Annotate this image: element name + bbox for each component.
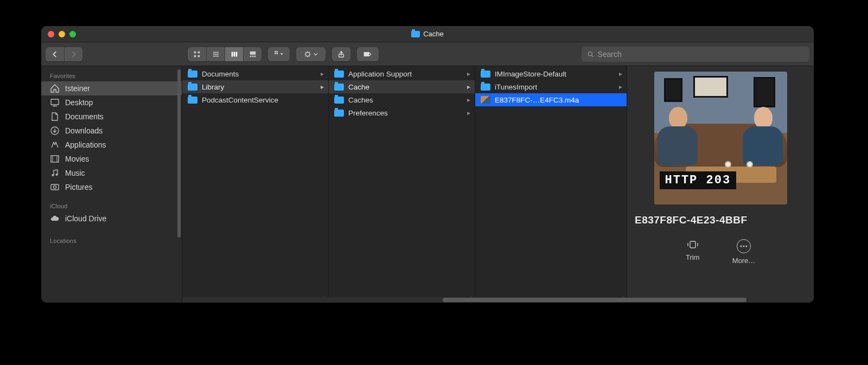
folder-icon — [334, 97, 344, 104]
sidebar-item-label: iCloud Drive — [65, 214, 106, 223]
forward-button[interactable] — [64, 47, 82, 61]
item-label: E837F8FC-…E4FC3.m4a — [495, 96, 579, 104]
list-item[interactable]: Caches ▸ — [329, 93, 475, 106]
tags-button-group — [357, 47, 379, 61]
svg-point-44 — [746, 246, 748, 247]
preview-thumbnail[interactable]: HTTP 203 — [654, 72, 787, 204]
sidebar-item-label: Pictures — [65, 183, 93, 191]
svg-line-23 — [305, 52, 306, 52]
column-3[interactable]: IMImageStore-Default ▸ iTunesImport ▸ E8… — [475, 66, 627, 303]
gallery-view-button[interactable] — [243, 47, 261, 61]
svg-line-30 — [592, 55, 593, 57]
trim-icon — [686, 239, 700, 250]
tags-button[interactable] — [357, 47, 379, 61]
preview-actions: Trim More… — [686, 239, 756, 265]
list-item[interactable]: Application Support ▸ — [329, 67, 475, 80]
column-view-button[interactable] — [225, 47, 243, 61]
sidebar-item-movies[interactable]: Movies — [41, 152, 182, 166]
svg-rect-8 — [233, 52, 235, 56]
sidebar-item-label: Music — [65, 169, 85, 177]
item-label: iTunesImport — [495, 83, 537, 91]
list-item-selected[interactable]: E837F8FC-…E4FC3.m4a — [475, 93, 627, 106]
window-title: Cache — [411, 30, 444, 38]
item-label: Library — [202, 83, 224, 91]
sidebar-item-applications[interactable]: Applications — [41, 138, 182, 152]
sidebar-scrollbar[interactable] — [177, 69, 181, 238]
chevron-right-icon: ▸ — [321, 70, 324, 78]
desktop-icon — [50, 98, 60, 107]
column-1[interactable]: Documents ▸ Library ▸ PodcastContentServ… — [182, 66, 329, 303]
chevron-right-icon: ▸ — [467, 70, 470, 78]
chevron-right-icon: ▸ — [467, 83, 470, 91]
home-icon — [50, 84, 60, 93]
svg-rect-9 — [235, 52, 237, 56]
zoom-window-button[interactable] — [69, 31, 76, 37]
svg-rect-16 — [275, 53, 276, 54]
sidebar-item-documents[interactable]: Documents — [41, 110, 182, 124]
more-label: More… — [732, 257, 756, 265]
share-button[interactable] — [332, 47, 350, 61]
svg-rect-2 — [194, 55, 196, 57]
folder-icon — [481, 84, 490, 91]
applications-icon — [50, 140, 60, 149]
icon-view-button[interactable] — [188, 47, 206, 61]
scrollbar-thumb[interactable] — [443, 298, 746, 302]
search-field[interactable] — [582, 47, 809, 62]
folder-icon — [411, 31, 420, 37]
sidebar-item-icloud-drive[interactable]: iCloud Drive — [41, 212, 182, 226]
close-window-button[interactable] — [48, 31, 54, 37]
action-menu-button[interactable] — [296, 47, 326, 61]
more-icon — [737, 239, 751, 253]
share-button-group — [332, 47, 350, 61]
search-input[interactable] — [597, 50, 804, 59]
list-item[interactable]: iTunesImport ▸ — [475, 80, 627, 93]
folder-icon — [188, 71, 197, 78]
folder-icon — [188, 97, 197, 104]
minimize-window-button[interactable] — [59, 31, 65, 37]
svg-line-25 — [309, 52, 310, 52]
list-item[interactable]: Library ▸ — [182, 80, 328, 93]
chevron-right-icon: ▸ — [467, 96, 470, 104]
list-item[interactable]: Cache ▸ — [329, 80, 475, 93]
svg-rect-39 — [51, 184, 59, 190]
svg-point-37 — [52, 174, 54, 176]
list-item[interactable]: Preferences ▸ — [329, 106, 475, 119]
folder-icon — [334, 110, 344, 117]
sidebar-item-label: tsteiner — [65, 84, 90, 93]
pictures-icon — [50, 183, 60, 191]
svg-point-42 — [741, 246, 742, 247]
folder-icon — [188, 84, 197, 91]
svg-rect-17 — [277, 53, 278, 54]
group-by-button[interactable] — [268, 47, 290, 61]
more-button[interactable]: More… — [732, 239, 756, 265]
svg-rect-11 — [250, 55, 251, 57]
folder-icon — [481, 71, 490, 78]
list-item[interactable]: Documents ▸ — [182, 67, 328, 80]
sidebar-section-icloud: iCloud — [41, 200, 182, 212]
list-view-button[interactable] — [206, 47, 225, 61]
column-2[interactable]: Application Support ▸ Cache ▸ Caches ▸ P… — [329, 66, 475, 303]
list-item[interactable]: IMImageStore-Default ▸ — [475, 67, 627, 80]
preview-badge: HTTP 203 — [660, 171, 737, 189]
sidebar-item-music[interactable]: Music — [41, 166, 182, 180]
group-by-button-group — [268, 47, 290, 61]
item-label: Documents — [202, 70, 239, 78]
sidebar-item-label: Documents — [65, 112, 104, 121]
sidebar-item-desktop[interactable]: Desktop — [41, 95, 182, 110]
chevron-right-icon: ▸ — [619, 83, 622, 91]
svg-point-29 — [588, 52, 592, 55]
sidebar-item-pictures[interactable]: Pictures — [41, 180, 182, 194]
sidebar-item-downloads[interactable]: Downloads — [41, 124, 182, 138]
svg-point-43 — [743, 246, 745, 247]
search-icon — [587, 50, 594, 58]
trim-label: Trim — [686, 253, 700, 261]
sidebar-item-home[interactable]: tsteiner — [41, 81, 182, 95]
svg-rect-34 — [51, 156, 59, 162]
horizontal-scrollbar[interactable] — [182, 297, 814, 303]
back-button[interactable] — [46, 47, 64, 61]
svg-rect-1 — [198, 51, 200, 53]
finder-window: Cache — [41, 26, 814, 303]
trim-button[interactable]: Trim — [686, 239, 700, 265]
list-item[interactable]: PodcastContentService — [182, 93, 328, 106]
item-label: PodcastContentService — [202, 96, 278, 104]
